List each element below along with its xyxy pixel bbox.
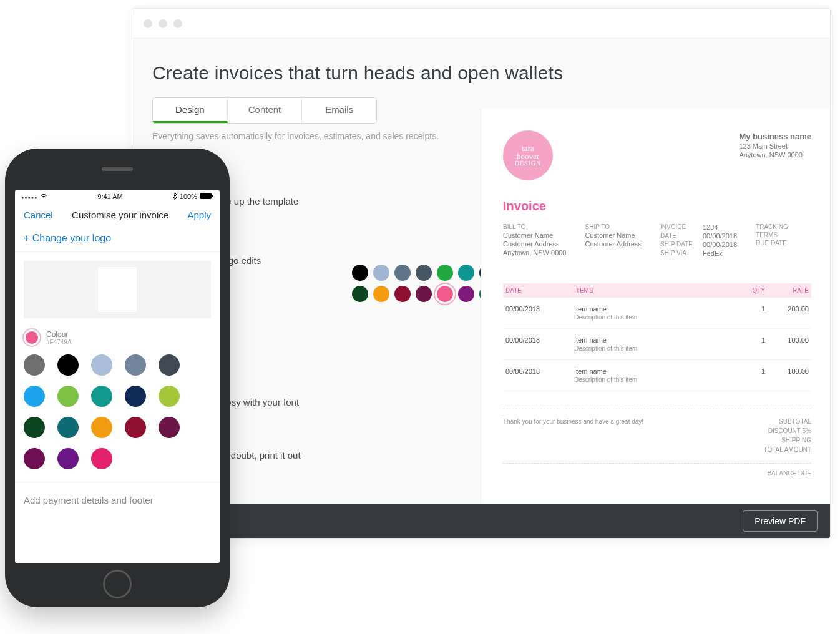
payment-footer-link[interactable]: Add payment details and footer [15, 482, 220, 518]
color-swatch[interactable] [57, 417, 79, 438]
bill-to: BILL TO Customer Name Customer Address A… [503, 223, 567, 257]
ship-to-name: Customer Name [585, 232, 642, 239]
color-swatch[interactable] [352, 286, 368, 302]
color-swatch[interactable] [24, 386, 45, 407]
subtotal-label: SUBTOTAL [764, 418, 812, 425]
shipping-label: SHIPPING [764, 437, 812, 444]
color-swatch[interactable] [373, 265, 389, 281]
ship-to-label: SHIP TO [585, 223, 642, 230]
color-swatch[interactable] [437, 265, 453, 281]
svg-rect-1 [212, 195, 213, 197]
colour-label: Colour [46, 330, 72, 339]
color-swatch[interactable] [125, 417, 146, 438]
table-row: 00/00/2018Item nameDescription of this i… [503, 360, 811, 391]
color-swatch[interactable] [57, 354, 79, 376]
phone-nav: Cancel Customise your invoice Apply [15, 203, 220, 227]
business-addr1: 123 Main Street [739, 142, 811, 150]
thank-you: Thank you for your business and have a g… [503, 418, 643, 456]
selected-colour-chip[interactable] [24, 329, 40, 346]
color-swatch[interactable] [373, 286, 389, 302]
cell-item: Item nameDescription of this item [574, 336, 728, 352]
invoice-extra: TRACKING TERMS DUE DATE [756, 223, 788, 257]
color-swatch[interactable] [57, 386, 79, 407]
cell-item: Item nameDescription of this item [574, 368, 728, 383]
browser-titlebar [132, 9, 830, 39]
color-swatch[interactable] [91, 354, 112, 376]
cell-rate: 100.00 [765, 336, 809, 352]
date-k: DATE [660, 232, 698, 240]
color-swatch[interactable] [159, 386, 180, 407]
ship-to-addr: Customer Address [585, 240, 642, 248]
cell-date: 00/00/2018 [505, 368, 574, 383]
cell-date: 00/00/2018 [505, 336, 574, 352]
wifi-icon [40, 193, 47, 200]
shipvia-k: SHIP VIA [660, 250, 698, 257]
color-swatch[interactable] [125, 386, 146, 407]
cancel-button[interactable]: Cancel [24, 210, 53, 220]
discount-label: DISCOUNT 5% [764, 427, 812, 434]
tab-design[interactable]: Design [153, 98, 228, 123]
phone-mock: 9:41 AM 100% Cancel Customise your invoi… [5, 149, 230, 607]
table-row: 00/00/2018Item nameDescription of this i… [503, 298, 811, 329]
color-swatch[interactable] [458, 265, 474, 281]
color-swatch[interactable] [159, 354, 180, 376]
phone-title: Customise your invoice [72, 210, 168, 220]
cell-qty: 1 [728, 305, 765, 321]
logo-dropzone[interactable] [24, 261, 211, 318]
shipdate-k: SHIP DATE [660, 241, 698, 248]
color-swatch[interactable] [458, 286, 474, 302]
invoice-number: 1234 [703, 223, 718, 231]
th-items: ITEMS [574, 287, 728, 294]
home-button[interactable] [103, 570, 132, 598]
color-swatch[interactable] [91, 386, 112, 407]
invoice-footer: Thank you for your business and have a g… [503, 409, 811, 456]
phone-colour-palette [15, 349, 220, 482]
bluetooth-icon [173, 193, 177, 201]
business-addr2: Anytown, NSW 0000 [739, 151, 811, 158]
color-swatch[interactable] [394, 286, 411, 302]
colour-hex: #F4749A [46, 339, 72, 346]
invoice-table: DATE ITEMS QTY RATE 00/00/2018Item nameD… [503, 283, 811, 391]
color-swatch[interactable] [57, 448, 79, 469]
color-swatch[interactable] [394, 265, 411, 281]
page-title: Create invoices that turn heads and open… [132, 39, 830, 97]
color-swatch[interactable] [416, 286, 432, 302]
balance-due: BALANCE DUE [503, 463, 811, 477]
color-swatch[interactable] [159, 417, 180, 438]
business-block: My business name 123 Main Street Anytown… [739, 130, 811, 180]
color-swatch[interactable] [91, 448, 112, 469]
color-swatch[interactable] [125, 354, 146, 376]
color-swatch[interactable] [24, 354, 45, 376]
bill-to-addr: Customer Address [503, 240, 567, 248]
color-swatch[interactable] [352, 265, 368, 281]
change-logo-link[interactable]: + Change your logo [15, 227, 220, 252]
total-label: TOTAL AMOUNT [764, 446, 812, 453]
bill-to-name: Customer Name [503, 232, 567, 239]
tab-emails[interactable]: Emails [302, 98, 376, 123]
color-swatch[interactable] [416, 265, 432, 281]
phone-screen: 9:41 AM 100% Cancel Customise your invoi… [15, 190, 220, 563]
color-swatch[interactable] [24, 417, 45, 438]
color-swatch[interactable] [24, 448, 45, 469]
bill-to-city: Anytown, NSW 0000 [503, 249, 567, 256]
tab-content[interactable]: Content [228, 98, 303, 123]
th-rate: RATE [765, 287, 809, 294]
th-date: DATE [505, 287, 574, 294]
apply-button[interactable]: Apply [187, 210, 211, 220]
ship-via: FedEx [703, 250, 723, 257]
invoice-meta: BILL TO Customer Name Customer Address A… [503, 223, 811, 257]
invoice-numbers: INVOICE1234 DATE00/00/2018 SHIP DATE00/0… [660, 223, 737, 257]
window-dot [144, 19, 152, 28]
business-name: My business name [739, 132, 811, 141]
color-swatch[interactable] [91, 417, 112, 438]
preview-pdf-button[interactable]: Preview PDF [743, 510, 818, 532]
cell-qty: 1 [728, 368, 765, 383]
tracking-k: TRACKING [756, 223, 788, 230]
invoice-logo: tara hoover DESIGN [503, 130, 553, 180]
th-qty: QTY [728, 287, 765, 294]
battery-icon [200, 193, 213, 200]
logo-placeholder [98, 267, 137, 312]
color-swatch[interactable] [437, 286, 453, 302]
phone-speaker [102, 167, 133, 171]
invoice-thead: DATE ITEMS QTY RATE [503, 283, 811, 298]
